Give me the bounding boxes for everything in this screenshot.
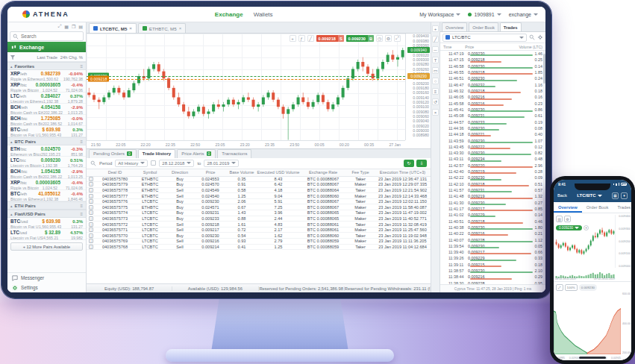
messenger-item[interactable]: Messenger: [7, 273, 86, 283]
trade-row[interactable]: 11:39:40 0.009217 0.66: [440, 249, 545, 255]
trade-row[interactable]: 11:41:30 0.009230 0.27: [440, 200, 545, 206]
col-base-volume[interactable]: Base Volume: [227, 170, 257, 175]
indicators-icon[interactable]: ƒ: [298, 35, 305, 42]
phone-symbol-select[interactable]: LTC/BTC: [577, 193, 601, 198]
trade-row[interactable]: 11:47:15 0.009218 0.25: [440, 57, 545, 63]
current-price-pill[interactable]: 0.009230: [556, 225, 582, 230]
chart-tool-icon[interactable]: ─: [432, 46, 439, 53]
history-row[interactable]: i 04036575769 LTCBTC Sell 0.009216 0.93 …: [87, 239, 431, 245]
trade-row[interactable]: 11:45:41 0.009230 0.86: [440, 107, 545, 113]
market-watch-row[interactable]: XRP/eth0.982739-0.04% Ripple vs Ethereum…: [7, 70, 86, 81]
group-menu-icon[interactable]: ≡: [80, 139, 83, 144]
group-eth-pairs[interactable]: ▴ETH Pairs≡: [7, 201, 86, 210]
trade-row[interactable]: 11:38:44 0.009216 0.29: [440, 274, 545, 280]
chart-tool-icon[interactable]: ↺: [432, 98, 439, 105]
trade-row[interactable]: 11:45:58 0.009216 0.23: [440, 101, 545, 107]
tab-wallets[interactable]: Wallets: [254, 11, 273, 18]
market-watch-row[interactable]: BCH/btc1.054158-2.9% Bitcoin Cash vs Bit…: [7, 168, 86, 179]
candlestick-plot[interactable]: 0.009230 0.009218: [87, 34, 405, 140]
trade-row[interactable]: 11:42:40 0.009219 0.28: [440, 169, 545, 175]
info-icon[interactable]: i: [89, 216, 93, 221]
col-fee-type[interactable]: Fee Type: [346, 170, 375, 175]
export-button[interactable]: ⇩: [416, 160, 427, 167]
phone-chart[interactable]: ▥ ⚙ 0.009230 + 0.0094000.0093000.0092000…: [554, 213, 631, 282]
filter-icon[interactable]: [10, 55, 15, 60]
market-watch-row[interactable]: BTC/usd$ 639.980.3% Bitcoin vs Fiat USD1…: [7, 218, 86, 229]
chart-tool-icon[interactable]: T: [432, 57, 439, 63]
mode-selector[interactable]: exchange: [509, 12, 538, 17]
sidebar-search[interactable]: [10, 31, 84, 41]
account-selector[interactable]: 1909891: [468, 12, 501, 17]
fullscreen-icon[interactable]: ⤢: [394, 35, 401, 42]
info-icon[interactable]: i: [89, 228, 93, 232]
search-icon[interactable]: [529, 34, 535, 40]
info-icon[interactable]: i: [89, 205, 93, 210]
more-pairs-button[interactable]: + 12 More Pairs Available: [10, 242, 83, 251]
home-indicator[interactable]: [579, 357, 606, 359]
view-mode-icon[interactable]: ❐: [72, 24, 75, 29]
history-row[interactable]: i 04036575776 LTCBTC Buy 0.009230 2.06 5…: [87, 199, 431, 205]
market-watch-row[interactable]: LTC/usd$ 32.894.57% Litecoin vs Fiat USD…: [7, 229, 86, 240]
trade-row[interactable]: 11:45:08 0.009231 0.61: [440, 113, 545, 119]
info-icon[interactable]: i: [89, 233, 93, 238]
chart-tab-ethbtc[interactable]: ETHBTC, M5×: [138, 23, 186, 33]
trade-row[interactable]: 11:41:48 0.009219 1.32: [440, 193, 545, 199]
phone-tab-overview[interactable]: Overview: [554, 202, 582, 213]
history-row[interactable]: i 04036575777 ETHBTC Sell 0.024540 1.25 …: [87, 193, 431, 199]
workspace-selector[interactable]: My Workspace: [419, 12, 460, 17]
trade-row[interactable]: 11:41:17 0.009217 0.85: [440, 206, 545, 212]
chart-tool-icon[interactable]: ○: [432, 78, 439, 84]
col-usd-volume[interactable]: Executed USD Volume: [257, 170, 300, 175]
chart-tool-icon[interactable]: ╱: [432, 36, 439, 43]
chart-tool-icon[interactable]: ×: [432, 109, 439, 116]
close-icon[interactable]: ×: [129, 26, 132, 31]
settings-item[interactable]: Settings: [7, 283, 86, 292]
back-button[interactable]: Back: [557, 193, 567, 198]
history-row[interactable]: i 04036575774 LTCBTC Buy 0.009231 1.43 3…: [87, 210, 431, 216]
market-watch-row[interactable]: BTC/usd$ 639.980.3% Bitcoin vs Fiat USD1…: [7, 126, 86, 137]
tab-order-book[interactable]: Order Book: [469, 22, 498, 31]
market-watch-row[interactable]: BCH/btc1.725085-0.0% Bitcoin Cash vs Bit…: [7, 115, 86, 126]
trade-row[interactable]: 11:47:19 0.009230 1.46: [440, 51, 545, 57]
history-row[interactable]: i 04036575779 ETHBTC Buy 0.024570 0.91 6…: [87, 182, 431, 188]
group-usd-pairs[interactable]: ▴Fiat/USD Pairs≡: [7, 210, 86, 218]
trade-row[interactable]: 11:46:32 0.009218 0.18: [440, 88, 545, 94]
chart-tool-icon[interactable]: ▭: [432, 67, 439, 74]
chart-tool-icon[interactable]: +: [432, 25, 439, 32]
exchange-panel-header[interactable]: Exchange: [7, 42, 86, 52]
phone-tab-trades[interactable]: Trades: [613, 202, 631, 213]
chart-tool-icon[interactable]: ≡: [432, 88, 439, 95]
history-row[interactable]: i 04036575778 ETHBTC Sell 0.024549 0.58 …: [87, 188, 431, 194]
info-icon[interactable]: i: [89, 222, 93, 227]
trade-row[interactable]: 11:42:10 0.009218 0.51: [440, 181, 545, 187]
add-indicator-button[interactable]: +: [584, 225, 589, 230]
market-watch-row[interactable]: LTC/btc0.0092300.51% Litecoin vs Bitcoin…: [7, 157, 86, 168]
trade-row[interactable]: 11:40:51 0.009218 0.46: [440, 218, 545, 224]
price-axis[interactable]: 0.009340 0.009230 0.0094000.0093800.0093…: [405, 34, 431, 140]
trade-row[interactable]: 11:46:51 0.009230 0.24: [440, 75, 545, 81]
sell-price-badge[interactable]: 0.009218S: [316, 35, 344, 42]
info-icon[interactable]: i: [89, 182, 93, 186]
trade-row[interactable]: 11:39:11 0.009215 0.18: [440, 262, 545, 268]
trade-row[interactable]: 11:44:36 0.009230 0.08: [440, 125, 545, 131]
group-btc-pairs[interactable]: ▴BTC Pairs≡: [7, 137, 86, 145]
trade-row[interactable]: 11:46:05 0.009216 0.16: [440, 94, 545, 100]
market-watch-row[interactable]: BCH/eth4.054158-2.9% Bitcoin Cash vs Eth…: [7, 104, 86, 115]
chart-settings-button[interactable]: ⚙: [564, 216, 571, 222]
history-row[interactable]: i 04036575775 ETHBTC Buy 0.024571 0.67 7…: [87, 204, 431, 210]
trade-row[interactable]: 11:42:22 0.009230 0.09: [440, 175, 545, 181]
trade-row[interactable]: 11:41:02 0.009229 0.14: [440, 212, 545, 218]
info-icon[interactable]: i: [89, 188, 93, 192]
col-execution-time[interactable]: Execution Time (UTC+3): [375, 170, 431, 175]
trade-row[interactable]: 11:40:22 0.009216 0.21: [440, 230, 545, 236]
trade-row[interactable]: 11:38:30 0.009228 0.95: [440, 280, 545, 284]
search-input[interactable]: [21, 34, 73, 39]
history-row[interactable]: i 04036575773 LTCBTC Buy 0.009233 0.88 2…: [87, 216, 431, 222]
trade-row[interactable]: 11:38:57 0.009230 2.10: [440, 268, 545, 274]
market-watch-row[interactable]: XRP/btc0.00003605-0.4% Ripple vs Bitcoin…: [7, 81, 86, 92]
history-row[interactable]: i 04036575780 ETHBTC Buy 0.024553 0.35 8…: [87, 177, 431, 183]
history-row[interactable]: i 04036575772 LTCBTC Sell 0.009218 1.61 …: [87, 222, 431, 228]
gear-icon[interactable]: [537, 34, 543, 40]
period-select[interactable]: All History: [115, 160, 148, 167]
chart-style-button[interactable]: ▥: [556, 216, 563, 222]
